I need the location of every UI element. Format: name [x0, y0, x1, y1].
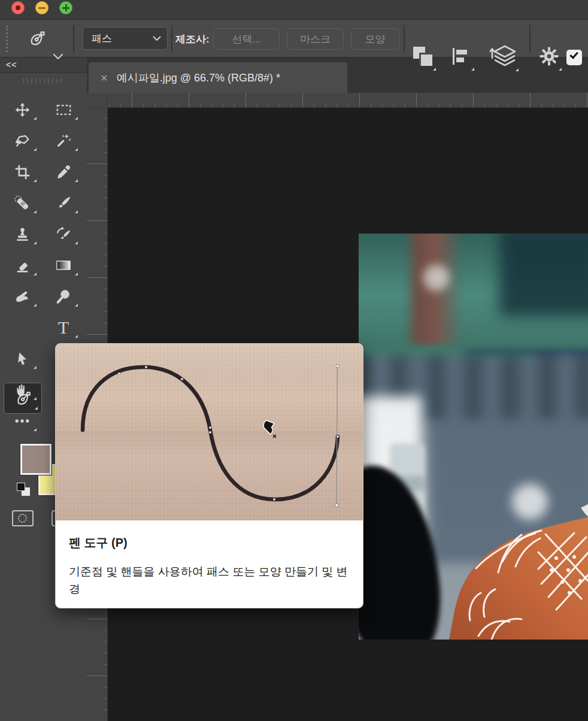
ellipsis-icon: [14, 413, 31, 429]
foreground-color-swatch[interactable]: [20, 444, 51, 475]
make-shape-button[interactable]: 모양: [351, 28, 399, 50]
quick-mask-button[interactable]: [12, 510, 34, 526]
path-operations-button[interactable]: [412, 47, 437, 71]
rectangular-marquee-tool[interactable]: [46, 96, 81, 123]
eraser-tool[interactable]: [5, 252, 40, 278]
path-alignment-button[interactable]: [450, 47, 477, 71]
crop-tool[interactable]: [5, 159, 40, 185]
options-separator: [171, 25, 172, 53]
auto-add-delete-checkbox[interactable]: [566, 50, 582, 65]
horizontal-ruler[interactable]: [108, 93, 588, 108]
dropdown-triangle-icon: [471, 68, 474, 71]
document-image[interactable]: [359, 234, 588, 640]
tooltip-title: 펜 도구 (P): [69, 535, 350, 551]
person-shirt: [359, 234, 588, 640]
photoshop-window: 패스 제조사: 선택... 마스크 모양: [0, 0, 588, 721]
checkmark-icon: [569, 50, 578, 59]
document-tab[interactable]: × 예시파일.jpg @ 66.7% (RGB/8#) *: [89, 62, 347, 93]
path-selection-tool[interactable]: [5, 346, 40, 372]
type-tool[interactable]: T: [46, 314, 81, 341]
dropdown-triangle-icon: [433, 68, 436, 71]
options-bar: 패스 제조사: 선택... 마스크 모양: [0, 20, 588, 57]
tool-preset-chevron-icon[interactable]: [53, 53, 63, 60]
pen-tool-tooltip: 펜 도구 (P) 기준점 및 핸들을 사용하여 패스 또는 모양 만들기 및 변…: [55, 343, 363, 608]
close-window-button[interactable]: [11, 1, 25, 14]
options-separator: [529, 25, 531, 53]
type-tool-glyph: T: [58, 319, 69, 337]
brush-tool[interactable]: [46, 190, 81, 216]
dropdown-triangle-icon: [559, 68, 562, 71]
make-selection-button[interactable]: 선택...: [213, 28, 280, 50]
edit-toolbar-button[interactable]: [5, 408, 40, 434]
settings-gear-button[interactable]: [539, 46, 564, 71]
make-label: 제조사:: [175, 32, 210, 46]
tool-mode-value: 패스: [92, 32, 112, 46]
dodge-tool[interactable]: [46, 283, 81, 310]
title-bar: [0, 0, 588, 20]
history-brush-tool[interactable]: [46, 221, 81, 247]
move-tool[interactable]: [5, 96, 40, 123]
default-colors-icon-fg[interactable]: [17, 483, 25, 491]
collapse-arrows-icon: <<: [6, 60, 17, 69]
hand-tool[interactable]: [5, 377, 40, 403]
toolbar-collapse-header[interactable]: <<: [0, 57, 87, 73]
dropdown-triangle-icon: [516, 68, 519, 71]
gradient-tool[interactable]: [46, 252, 81, 278]
path-arrangement-button[interactable]: [490, 45, 520, 71]
pen-cursor-icon: [263, 420, 276, 438]
pen-tool-preset-icon: [28, 29, 47, 49]
spot-healing-brush-tool[interactable]: [5, 190, 40, 216]
tool-mode-dropdown[interactable]: 패스: [83, 27, 168, 50]
options-bar-grip[interactable]: [6, 26, 8, 52]
toolbar-grip[interactable]: [23, 78, 62, 83]
quick-mask-circle-icon: [18, 514, 27, 523]
tab-close-icon[interactable]: ×: [101, 72, 108, 84]
tooltip-preview-image: [56, 344, 363, 520]
magic-wand-tool[interactable]: [46, 128, 81, 154]
ruler-corner[interactable]: [87, 93, 108, 108]
zoom-window-button[interactable]: [59, 1, 72, 14]
eyedropper-tool[interactable]: [46, 159, 81, 185]
options-separator: [404, 25, 405, 53]
gear-icon: [539, 46, 559, 66]
options-separator: [73, 25, 74, 53]
minimize-window-button[interactable]: [35, 1, 49, 14]
tooltip-description: 기준점 및 핸들을 사용하여 패스 또는 모양 만들기 및 변경: [69, 563, 350, 598]
make-mask-button[interactable]: 마스크: [287, 28, 344, 50]
tooltip-text-area: 펜 도구 (P) 기준점 및 핸들을 사용하여 패스 또는 모양 만들기 및 변…: [56, 520, 363, 598]
lasso-tool[interactable]: [5, 128, 40, 154]
tab-title: 예시파일.jpg @ 66.7% (RGB/8#) *: [117, 71, 280, 85]
chevron-down-icon: [153, 36, 161, 41]
smudge-tool[interactable]: [5, 283, 40, 310]
clone-stamp-tool[interactable]: [5, 221, 40, 247]
